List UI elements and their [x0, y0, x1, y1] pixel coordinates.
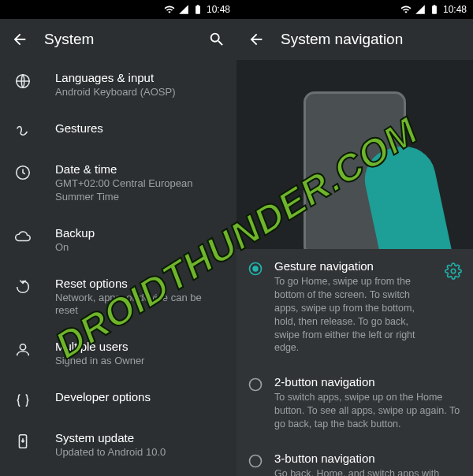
option-label: 3-button navigation: [274, 452, 462, 465]
item-sub: Signed in as Owner: [55, 355, 222, 368]
appbar: System: [0, 19, 236, 60]
item-backup[interactable]: BackupOn: [0, 215, 236, 266]
item-sub: Network, apps, or device can be reset: [55, 292, 222, 318]
radio-unselected-icon: [248, 377, 263, 392]
wifi-icon: [400, 4, 412, 15]
navigation-illustration: [236, 60, 473, 249]
item-label: Reset options: [55, 277, 222, 290]
page-title: System navigation: [281, 31, 462, 48]
option-desc: To go Home, swipe up from the bottom of …: [274, 275, 434, 355]
item-multiple-users[interactable]: Multiple usersSigned in as Owner: [0, 329, 236, 379]
option-gesture-navigation[interactable]: Gesture navigationTo go Home, swipe up f…: [236, 249, 473, 365]
radio-list: Gesture navigationTo go Home, swipe up f…: [236, 249, 473, 476]
braces-icon: [14, 392, 32, 409]
item-languages[interactable]: Languages & inputAndroid Keyboard (AOSP): [0, 60, 236, 110]
wifi-icon: [164, 4, 175, 15]
signal-icon: [415, 4, 426, 15]
option-label: 2-button navigation: [274, 375, 462, 389]
item-sub: GMT+02:00 Central European Summer Time: [55, 177, 222, 204]
item-label: Languages & input: [55, 71, 222, 84]
item-label: Developer options: [55, 390, 222, 403]
svg-point-7: [250, 379, 262, 391]
item-label: Gestures: [55, 121, 222, 135]
item-developer[interactable]: Developer options: [0, 379, 236, 420]
radio-selected-icon: [248, 261, 263, 277]
item-reset[interactable]: Reset optionsNetwork, apps, or device ca…: [0, 266, 236, 329]
update-icon: [14, 433, 32, 450]
svg-point-5: [252, 266, 259, 272]
item-gestures[interactable]: Gestures: [0, 110, 236, 151]
item-sub: Android Keyboard (AOSP): [55, 86, 222, 99]
option-label: Gesture navigation: [274, 259, 434, 273]
page-title: System: [44, 31, 192, 48]
svg-point-6: [451, 269, 456, 273]
phone-system-settings: 10:48 System Languages & inputAndroid Ke…: [0, 0, 236, 476]
settings-list: Languages & inputAndroid Keyboard (AOSP)…: [0, 60, 236, 476]
option-2button-navigation[interactable]: 2-button navigationTo switch apps, swipe…: [236, 365, 473, 441]
item-label: System update: [55, 431, 222, 444]
gesture-icon: [14, 123, 32, 140]
phone-system-navigation: 10:48 System navigation Gesture navigati…: [236, 0, 473, 476]
globe-icon: [14, 73, 32, 90]
item-label: Date & time: [55, 162, 222, 176]
item-date-time[interactable]: Date & timeGMT+02:00 Central European Su…: [0, 151, 236, 215]
svg-point-2: [20, 344, 25, 350]
cloud-icon: [14, 228, 32, 245]
option-desc: To switch apps, swipe up on the Home but…: [274, 391, 462, 431]
battery-icon: [429, 4, 440, 15]
item-label: Multiple users: [55, 340, 222, 353]
battery-icon: [192, 4, 203, 15]
item-sub: Updated to Android 10.0: [55, 446, 222, 459]
appbar: System navigation: [236, 19, 473, 60]
radio-unselected-icon: [248, 453, 263, 469]
status-time: 10:48: [207, 4, 230, 15]
person-icon: [14, 341, 32, 359]
back-icon[interactable]: [11, 31, 28, 48]
item-system-update[interactable]: System updateUpdated to Android 10.0: [0, 420, 236, 470]
back-icon[interactable]: [248, 31, 265, 48]
option-3button-navigation[interactable]: 3-button navigationGo back, Home, and sw…: [236, 441, 473, 476]
svg-point-8: [250, 455, 262, 467]
item-label: Backup: [55, 226, 222, 240]
status-bar: 10:48: [236, 0, 473, 19]
option-desc: Go back, Home, and switch apps with: [274, 467, 462, 476]
reset-icon: [14, 278, 32, 296]
gear-icon[interactable]: [445, 262, 462, 280]
signal-icon: [178, 4, 189, 15]
status-time: 10:48: [443, 4, 467, 15]
item-sub: On: [55, 241, 222, 255]
search-icon[interactable]: [208, 31, 225, 48]
status-bar: 10:48: [0, 0, 236, 19]
clock-icon: [14, 164, 32, 181]
